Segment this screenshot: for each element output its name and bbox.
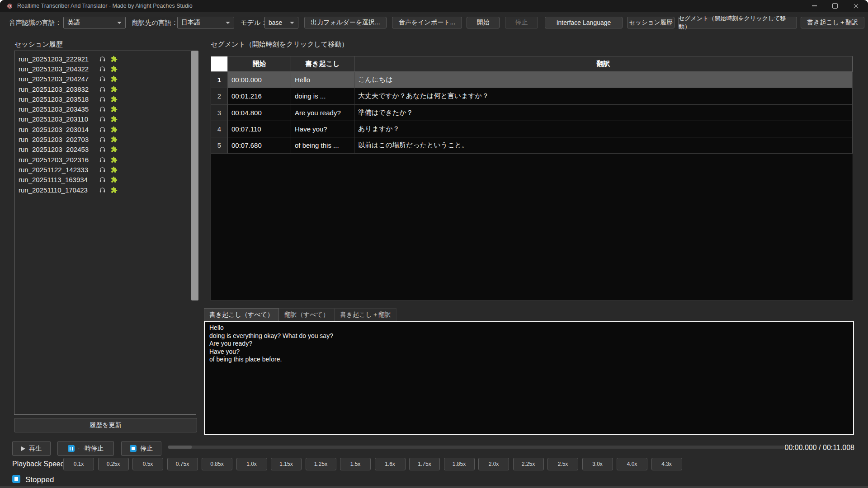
- transcript-textarea[interactable]: Hello doing is everything okay? What do …: [204, 321, 854, 435]
- seek-slider[interactable]: [168, 446, 784, 449]
- session-list-item[interactable]: run_20251110_170423: [14, 185, 196, 195]
- segment-start-time[interactable]: 00:01.216: [228, 88, 291, 104]
- segment-transcript[interactable]: of being this ...: [291, 137, 354, 154]
- speed-button-1.0x[interactable]: 1.0x: [236, 458, 267, 470]
- table-empty-area: [211, 154, 853, 300]
- segment-row-number[interactable]: 3: [211, 105, 228, 121]
- play-button[interactable]: 再生: [12, 441, 51, 456]
- start-button[interactable]: 開始: [467, 17, 500, 28]
- speed-button-1.85x[interactable]: 1.85x: [444, 458, 475, 470]
- session-list-item[interactable]: run_20251203_204247: [14, 74, 196, 84]
- stop-icon: [130, 445, 137, 452]
- toggle-transcript-translation-button[interactable]: 書き起こし＋翻訳: [801, 17, 864, 28]
- session-list-item[interactable]: run_20251203_203110: [14, 114, 196, 124]
- speed-button-2.5x[interactable]: 2.5x: [547, 458, 578, 470]
- puzzle-icon: [111, 146, 118, 153]
- speed-button-0.75x[interactable]: 0.75x: [167, 458, 198, 470]
- vertical-scrollbar[interactable]: [191, 51, 198, 300]
- import-audio-button[interactable]: 音声をインポート...: [392, 17, 462, 28]
- session-list-item[interactable]: run_20251203_203518: [14, 94, 196, 104]
- play-button-label: 再生: [29, 445, 42, 453]
- puzzle-icon: [111, 126, 118, 133]
- speed-button-3.0x[interactable]: 3.0x: [582, 458, 613, 470]
- source-language-select[interactable]: 英語: [63, 17, 126, 28]
- speed-button-1.6x[interactable]: 1.6x: [375, 458, 406, 470]
- target-language-select[interactable]: 日本語: [177, 17, 234, 28]
- segment-start-time[interactable]: 00:04.800: [228, 105, 291, 121]
- session-list-item[interactable]: run_20251203_202453: [14, 145, 196, 155]
- segment-translation[interactable]: 以前はこの場所だったということ。: [354, 137, 853, 154]
- stop-button[interactable]: 停止: [505, 17, 538, 28]
- speed-button-2.0x[interactable]: 2.0x: [478, 458, 509, 470]
- segment-transcript[interactable]: Are you ready?: [291, 105, 354, 121]
- session-list-item[interactable]: run_20251203_203832: [14, 84, 196, 94]
- session-list-item[interactable]: run_20251122_142333: [14, 164, 196, 174]
- model-label: モデル：: [241, 17, 267, 28]
- interface-language-button[interactable]: Interface Language: [545, 17, 623, 28]
- session-list-item[interactable]: run_20251113_163934: [14, 175, 196, 185]
- select-output-folder-button[interactable]: 出力フォルダーを選択...: [304, 17, 387, 28]
- column-header-transcript[interactable]: 書き起こし: [291, 56, 354, 72]
- window-title: Realtime Transcriber And Translator - Ma…: [17, 3, 193, 9]
- tab-transcript-all[interactable]: 書き起こし（すべて）: [204, 308, 279, 321]
- session-list-item[interactable]: run_20251203_202316: [14, 155, 196, 164]
- session-list-item[interactable]: run_20251203_222921: [14, 54, 196, 64]
- segment-transcript[interactable]: Hello: [291, 72, 354, 88]
- close-icon: [853, 3, 859, 9]
- segment-start-time[interactable]: 00:07.110: [228, 121, 291, 137]
- model-select[interactable]: base: [264, 17, 298, 28]
- segment-translation[interactable]: こんにちは: [354, 72, 853, 88]
- tab-transcript-and-translation[interactable]: 書き起こし＋翻訳: [335, 308, 396, 321]
- session-list-item[interactable]: run_20251203_202703: [14, 134, 196, 144]
- window-bottom-edge: [0, 486, 868, 488]
- speed-button-4.3x[interactable]: 4.3x: [651, 458, 682, 470]
- playback-speed-label: Playback Speed:: [12, 460, 66, 468]
- seek-slider-handle[interactable]: [168, 446, 192, 449]
- puzzle-icon: [111, 176, 118, 183]
- table-corner-cell[interactable]: [211, 56, 228, 72]
- headphones-icon: [99, 126, 106, 133]
- minimize-button[interactable]: [804, 0, 825, 12]
- speed-button-1.5x[interactable]: 1.5x: [340, 458, 371, 470]
- speed-button-0.85x[interactable]: 0.85x: [202, 458, 232, 470]
- speed-button-1.75x[interactable]: 1.75x: [409, 458, 440, 470]
- tab-translation-all[interactable]: 翻訳（すべて）: [279, 308, 335, 321]
- toggle-session-history-button[interactable]: セッション履歴: [627, 17, 675, 28]
- speed-button-4.0x[interactable]: 4.0x: [617, 458, 647, 470]
- session-item-label: run_20251203_203832: [19, 85, 98, 93]
- maximize-button[interactable]: [825, 0, 845, 12]
- close-button[interactable]: [845, 0, 866, 12]
- speed-button-2.25x[interactable]: 2.25x: [513, 458, 544, 470]
- speed-button-0.5x[interactable]: 0.5x: [132, 458, 163, 470]
- session-item-label: run_20251203_202453: [19, 145, 98, 153]
- session-list-item[interactable]: run_20251203_204322: [14, 64, 196, 74]
- headphones-icon: [99, 116, 106, 122]
- session-list-item[interactable]: run_20251203_203435: [14, 104, 196, 114]
- puzzle-icon: [111, 66, 118, 72]
- segment-start-time[interactable]: 00:07.680: [228, 137, 291, 154]
- segment-transcript[interactable]: doing is ...: [291, 88, 354, 104]
- speed-button-0.1x[interactable]: 0.1x: [63, 458, 94, 470]
- segment-translation[interactable]: 大丈夫ですか？あなたは何と言いますか？: [354, 88, 853, 104]
- puzzle-icon: [111, 116, 118, 122]
- session-item-label: run_20251203_203435: [19, 105, 98, 113]
- session-list-item[interactable]: run_20251203_203014: [14, 124, 196, 134]
- segment-transcript[interactable]: Have you?: [291, 121, 354, 137]
- pause-button[interactable]: 一時停止: [57, 441, 114, 456]
- session-list[interactable]: run_20251203_222921 run_20251203_204322: [14, 51, 196, 415]
- segment-row-number[interactable]: 1: [211, 72, 228, 88]
- segment-row-number[interactable]: 4: [211, 121, 228, 137]
- toggle-segments-button[interactable]: セグメント（開始時刻をクリックして移動）: [678, 17, 797, 28]
- column-header-start[interactable]: 開始: [228, 56, 291, 72]
- column-header-translation[interactable]: 翻訳: [354, 56, 853, 72]
- segment-translation[interactable]: 準備はできたか？: [354, 105, 853, 121]
- refresh-history-button[interactable]: 履歴を更新: [14, 418, 197, 432]
- segment-row-number[interactable]: 2: [211, 88, 228, 104]
- speed-button-0.25x[interactable]: 0.25x: [98, 458, 129, 470]
- stop-playback-button[interactable]: 停止: [121, 441, 161, 456]
- speed-button-1.15x[interactable]: 1.15x: [271, 458, 302, 470]
- speed-button-1.25x[interactable]: 1.25x: [306, 458, 336, 470]
- segment-start-time[interactable]: 00:00.000: [228, 72, 291, 88]
- segment-translation[interactable]: ありますか？: [354, 121, 853, 137]
- segment-row-number[interactable]: 5: [211, 137, 228, 154]
